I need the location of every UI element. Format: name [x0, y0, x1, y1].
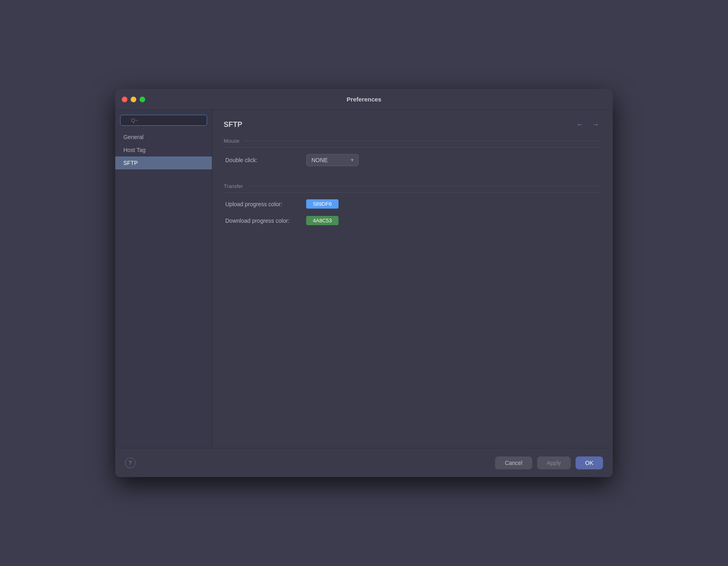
- sidebar-item-general[interactable]: General: [115, 131, 212, 144]
- cancel-button[interactable]: Cancel: [495, 456, 532, 469]
- main-layout: 🔍 General Host Tag SFTP SFTP ← →: [115, 110, 613, 448]
- help-icon-label: ?: [129, 460, 132, 466]
- nav-arrows: ← →: [574, 120, 601, 130]
- titlebar: Preferences: [115, 89, 613, 110]
- double-click-row: Double click: NONE Open Edit Download ▼: [224, 154, 601, 166]
- search-container: 🔍: [115, 115, 212, 131]
- apply-button[interactable]: Apply: [537, 456, 571, 469]
- search-input[interactable]: [120, 115, 207, 126]
- mouse-section-divider: [244, 141, 601, 141]
- sidebar-item-host-tag[interactable]: Host Tag: [115, 144, 212, 156]
- upload-progress-color-swatch[interactable]: 589DF6: [306, 199, 339, 209]
- content-header: SFTP ← →: [224, 120, 601, 130]
- nav-forward-arrow[interactable]: →: [589, 120, 601, 130]
- sidebar-item-general-label: General: [123, 134, 144, 140]
- download-progress-color-swatch[interactable]: 4A8C53: [306, 216, 339, 225]
- content-title: SFTP: [224, 120, 242, 129]
- upload-progress-color-label: Upload progress color:: [225, 201, 306, 207]
- ok-button[interactable]: OK: [576, 456, 603, 469]
- minimize-button[interactable]: [131, 97, 136, 102]
- help-button[interactable]: ?: [125, 458, 135, 468]
- close-button[interactable]: [122, 97, 127, 102]
- search-wrapper: 🔍: [120, 115, 207, 126]
- bottom-buttons: Cancel Apply OK: [495, 456, 603, 469]
- bottom-bar: ? Cancel Apply OK: [115, 448, 613, 477]
- window-title: Preferences: [347, 96, 381, 103]
- upload-progress-color-row: Upload progress color: 589DF6: [224, 199, 601, 209]
- transfer-section-divider: [248, 186, 601, 186]
- maximize-button[interactable]: [140, 97, 145, 102]
- traffic-lights: [122, 97, 145, 102]
- transfer-title-text: Transfer: [224, 183, 243, 189]
- sidebar-item-sftp-label: SFTP: [123, 160, 138, 166]
- download-progress-color-label: Download progress color:: [225, 218, 306, 224]
- content-area: SFTP ← → Mouse Double click: NONE: [212, 110, 613, 448]
- mouse-section-title: Mouse: [224, 138, 601, 148]
- double-click-label: Double click:: [225, 157, 306, 163]
- double-click-dropdown[interactable]: NONE Open Edit Download: [306, 154, 359, 166]
- transfer-section-title: Transfer: [224, 183, 601, 193]
- double-click-dropdown-wrapper: NONE Open Edit Download ▼: [306, 154, 359, 166]
- download-progress-color-row: Download progress color: 4A8C53: [224, 216, 601, 225]
- sidebar: 🔍 General Host Tag SFTP: [115, 110, 212, 448]
- nav-back-arrow[interactable]: ←: [574, 120, 586, 130]
- preferences-window: Preferences 🔍 General Host Tag SFTP: [115, 89, 613, 477]
- transfer-section: Transfer Upload progress color: 589DF6 D…: [224, 183, 601, 232]
- sidebar-item-host-tag-label: Host Tag: [123, 147, 146, 153]
- sidebar-item-sftp[interactable]: SFTP: [115, 156, 212, 169]
- mouse-section: Mouse Double click: NONE Open Edit Downl…: [224, 138, 601, 173]
- mouse-title-text: Mouse: [224, 138, 239, 144]
